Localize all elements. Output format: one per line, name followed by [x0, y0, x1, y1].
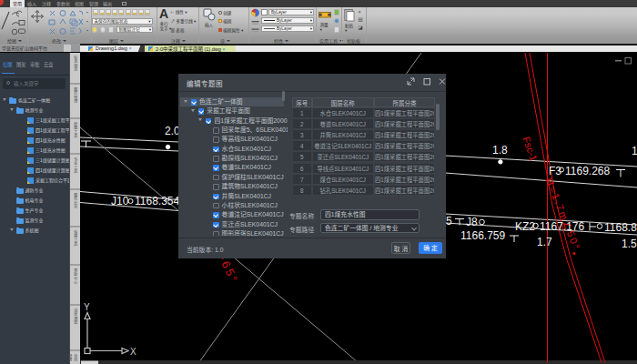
svg-text:1.7: 1.7 — [537, 235, 552, 248]
svg-text:Fsc-1: Fsc-1 — [521, 135, 540, 162]
svg-text:1169.268: 1169.268 — [565, 164, 610, 177]
svg-text:1: 1 — [632, 144, 637, 157]
svg-text:1168.354: 1168.354 — [135, 195, 179, 207]
svg-text:KZ2: KZ2 — [515, 219, 535, 232]
svg-text:1166.759: 1166.759 — [460, 228, 505, 241]
svg-text:1168.8: 1168.8 — [604, 220, 637, 233]
svg-text:X: X — [130, 346, 136, 356]
svg-text:1.5: 1.5 — [622, 237, 637, 249]
svg-text:5: 5 — [446, 214, 452, 227]
svg-text:Y: Y — [84, 302, 90, 312]
svg-text:J8: J8 — [466, 216, 478, 228]
svg-text:1167.176: 1167.176 — [540, 220, 584, 233]
svg-text:J10: J10 — [111, 195, 129, 207]
svg-text:1.8: 1.8 — [492, 143, 508, 156]
